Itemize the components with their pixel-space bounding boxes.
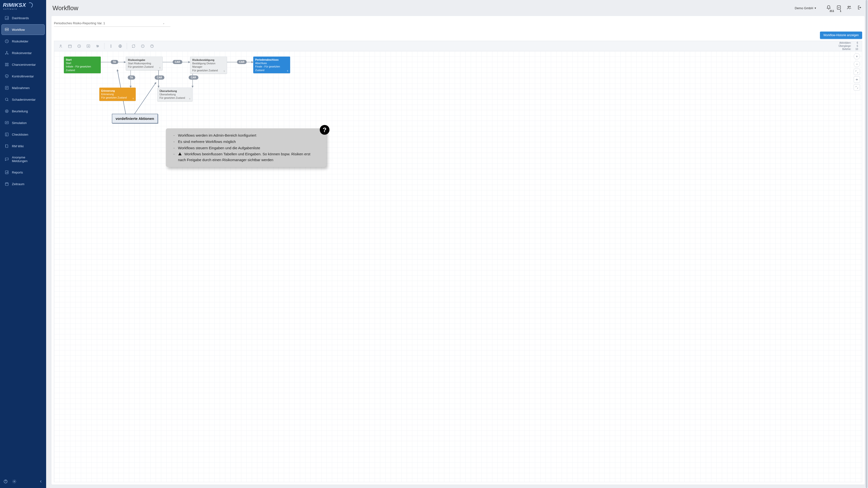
sidebar-item-label: Schadeninventar bbox=[12, 98, 36, 101]
node-title: Risikobestätigung bbox=[192, 58, 225, 62]
workflow-canvas[interactable]: Start Start Initiale - Für gesetzten Zus… bbox=[54, 51, 862, 482]
gear-icon[interactable] bbox=[12, 479, 17, 485]
node-title: Periodenabschluss bbox=[255, 58, 288, 61]
notifications-button[interactable]: 211 bbox=[826, 5, 831, 11]
sidebar-item-label: Checklisten bbox=[12, 133, 28, 136]
fit-screen-button[interactable] bbox=[854, 69, 860, 75]
sidebar-item-massnahmen[interactable]: Maßnahmen bbox=[1, 83, 45, 93]
sidebar-item-chanceninventar[interactable]: Chanceninventar bbox=[1, 59, 45, 70]
bolt-icon bbox=[159, 66, 161, 69]
transition-ta[interactable]: TA bbox=[128, 75, 135, 79]
tool-globe-icon[interactable] bbox=[116, 42, 124, 50]
overlay-item: Es sind mehrere Workflows möglich bbox=[175, 138, 315, 145]
message-icon bbox=[5, 157, 9, 161]
sidebar-item-beurteilung[interactable]: Beurteilung bbox=[1, 106, 45, 117]
chart-icon bbox=[5, 121, 9, 125]
svg-point-5 bbox=[6, 51, 7, 52]
sidebar-item-dashboards[interactable]: Dashboards bbox=[1, 12, 45, 23]
sidebar: RIMIKSX software Dashboards Workflow Ris… bbox=[0, 0, 46, 488]
transition-ta[interactable]: TA bbox=[111, 60, 118, 64]
sidebar-item-kontrollinventar[interactable]: Kontrollinventar bbox=[1, 71, 45, 82]
sidebar-item-anonyme[interactable]: Anonyme Meldungen bbox=[1, 152, 45, 166]
callout-vordefinierte: vordefinierte Aktionen bbox=[112, 114, 158, 123]
target-icon bbox=[5, 109, 9, 113]
vertical-scrollbar[interactable] bbox=[865, 0, 868, 488]
sidebar-item-label: Reports bbox=[12, 171, 23, 174]
node-ueberarbeitung[interactable]: Überarbeitung Überarbeitung Für gesetzte… bbox=[157, 88, 192, 101]
book-icon bbox=[5, 144, 9, 148]
svg-point-23 bbox=[848, 6, 849, 7]
sidebar-item-label: Anonyme Meldungen bbox=[12, 156, 41, 163]
pan-button[interactable] bbox=[854, 76, 860, 83]
sidebar-item-simulation[interactable]: Simulation bbox=[1, 118, 45, 128]
tasks-button[interactable]: 1 bbox=[836, 5, 841, 11]
bolt-icon bbox=[286, 69, 289, 72]
users-button[interactable] bbox=[847, 5, 851, 11]
zoom-in-button[interactable]: + bbox=[854, 53, 860, 60]
caret-down-icon: ⌄ bbox=[163, 22, 165, 25]
tool-user-icon[interactable] bbox=[57, 42, 65, 50]
sidebar-item-risikofelder[interactable]: Risikofelder bbox=[1, 36, 45, 46]
callout-arrows bbox=[54, 51, 862, 482]
stat-activities-label: Aktivitäten: bbox=[839, 41, 851, 44]
help-icon[interactable] bbox=[3, 479, 8, 485]
callout-text: vordefinierte Aktionen bbox=[116, 117, 154, 121]
tool-calendar-icon[interactable] bbox=[66, 42, 74, 50]
tool-alert-icon[interactable] bbox=[138, 42, 147, 50]
org-name: Demo GmbH bbox=[795, 6, 813, 10]
main: Workflow Demo GmbH ▼ 211 1 bbox=[46, 0, 868, 488]
tool-help-icon[interactable] bbox=[148, 42, 156, 50]
stat-transitions-value: 6 bbox=[854, 44, 858, 47]
canvas-wrap: Aktivitäten:6 Übergänge:6 Befehle:10 bbox=[54, 41, 862, 482]
magnify-icon bbox=[5, 97, 9, 102]
transition-car[interactable]: CAR bbox=[237, 60, 247, 64]
logout-button[interactable] bbox=[857, 5, 862, 11]
toolbar-separator bbox=[104, 43, 104, 49]
bolt-icon bbox=[223, 70, 226, 72]
node-periodenabschluss[interactable]: Periodenabschluss Abschluss Finale - Für… bbox=[253, 57, 290, 73]
notifications-count: 211 bbox=[830, 9, 834, 12]
tool-refresh-icon[interactable] bbox=[129, 42, 138, 50]
svg-rect-9 bbox=[7, 63, 8, 64]
fullscreen-button[interactable] bbox=[854, 84, 860, 91]
canvas-toolbar: Aktivitäten:6 Übergänge:6 Befehle:10 bbox=[54, 41, 862, 51]
sidebar-item-workflow[interactable]: Workflow bbox=[1, 24, 45, 35]
app-root: RIMIKSX software Dashboards Workflow Ris… bbox=[0, 0, 868, 488]
tool-clock-icon[interactable] bbox=[75, 42, 83, 50]
sidebar-item-zeitraum[interactable]: Zeitraum bbox=[1, 178, 45, 189]
tool-sliders-icon[interactable] bbox=[93, 42, 102, 50]
node-risikoeingabe[interactable]: Risikoeingabe Start Risikoreporting Für … bbox=[126, 57, 163, 70]
sidebar-item-risikoinventar[interactable]: Risikoinventar bbox=[1, 47, 45, 58]
svg-point-7 bbox=[7, 54, 8, 54]
workflow-select[interactable]: Periodisches Risiko-Reporting Var. 1 ⌄ bbox=[54, 20, 170, 27]
node-title: Erinnerung bbox=[101, 89, 134, 93]
svg-point-21 bbox=[14, 481, 15, 482]
svg-rect-11 bbox=[7, 65, 8, 66]
collapse-sidebar-icon[interactable] bbox=[39, 480, 43, 484]
tool-import-icon[interactable] bbox=[84, 42, 93, 50]
tool-more-icon[interactable] bbox=[107, 42, 115, 50]
show-history-button[interactable]: Workflow-Historie anzeigen bbox=[820, 32, 862, 39]
canvas-stats: Aktivitäten:6 Übergänge:6 Befehle:10 bbox=[839, 41, 860, 51]
transition-car[interactable]: CAR bbox=[189, 75, 198, 79]
svg-point-33 bbox=[111, 45, 111, 46]
stat-commands-label: Befehle: bbox=[842, 47, 851, 51]
transition-car[interactable]: CAR bbox=[155, 75, 164, 79]
sidebar-item-reports[interactable]: Reports bbox=[1, 167, 45, 177]
workflow-selector-row: Periodisches Risiko-Reporting Var. 1 ⌄ bbox=[54, 19, 862, 29]
sidebar-item-checklisten[interactable]: Checklisten bbox=[1, 129, 45, 140]
org-selector[interactable]: Demo GmbH ▼ bbox=[795, 6, 816, 10]
node-erinnerung[interactable]: Erinnerung Erinnerung Für gesetzten Zust… bbox=[99, 88, 136, 101]
transition-car[interactable]: CAR bbox=[173, 60, 182, 64]
zoom-out-button[interactable]: − bbox=[854, 61, 860, 67]
overlay-item: Workflows beeinflussen Tabellen und Eing… bbox=[175, 151, 315, 163]
node-risikobestaetigung[interactable]: Risikobestätigung Bestätigung Division M… bbox=[190, 57, 227, 74]
node-start[interactable]: Start Start Initiale - Für gesetzten Zus… bbox=[64, 57, 101, 73]
sidebar-item-schadeninventar[interactable]: Schadeninventar bbox=[1, 94, 45, 105]
question-icon: ? bbox=[320, 125, 330, 135]
sidebar-item-rmwiki[interactable]: RM Wiki bbox=[1, 141, 45, 152]
brand-name: RIMIKSX bbox=[3, 2, 26, 8]
sidebar-item-label: Simulation bbox=[12, 121, 27, 125]
svg-point-3 bbox=[7, 29, 8, 30]
overlay-item: Workflows steuern Eingaben und die Aufga… bbox=[175, 145, 315, 151]
